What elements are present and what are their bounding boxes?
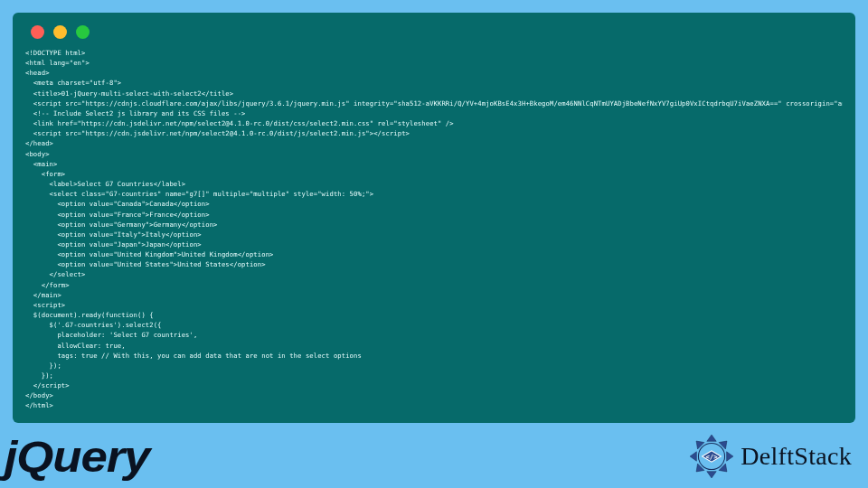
code-panel: <!DOCTYPE html> <html lang="en"> <head> … [13, 13, 855, 423]
svg-marker-0 [707, 435, 716, 441]
window-controls [25, 22, 843, 48]
footer: jQuery </> DelftStack [0, 428, 868, 488]
svg-text:</>: </> [706, 453, 719, 461]
jquery-logo: jQuery [5, 432, 150, 482]
delftstack-crest-icon: </> [688, 433, 735, 480]
minimize-icon [53, 25, 67, 39]
delftstack-logo: </> DelftStack [688, 433, 852, 480]
svg-marker-6 [690, 452, 696, 461]
maximize-icon [76, 25, 90, 39]
close-icon [31, 25, 44, 39]
svg-marker-2 [727, 452, 733, 461]
code-body: <!DOCTYPE html> <html lang="en"> <head> … [25, 48, 843, 411]
svg-marker-4 [707, 472, 716, 478]
delftstack-text: DelftStack [741, 442, 852, 471]
